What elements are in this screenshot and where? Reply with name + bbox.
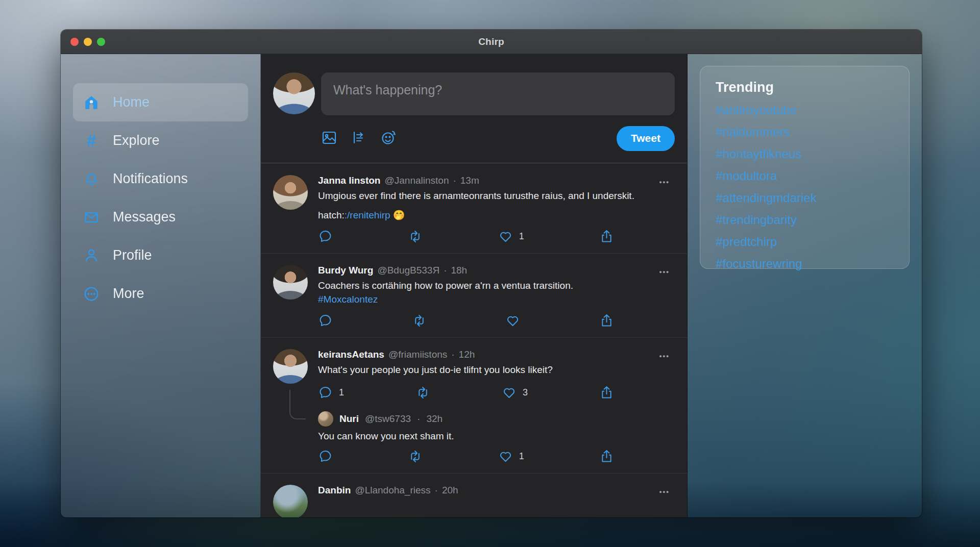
tweet-author-name[interactable]: Janna Iinston <box>318 175 380 186</box>
reply-tweet-nuri: Nuri @tsw6733 · 32h You can know you nex… <box>318 411 675 464</box>
tweet-actions <box>318 313 614 328</box>
tweet-author-handle[interactable]: @Jannalinston <box>384 175 449 186</box>
sidebar-item-notifications[interactable]: Notifications <box>73 160 248 198</box>
dot-separator: · <box>435 485 438 496</box>
more-circle-icon <box>82 285 101 303</box>
reply-action-button[interactable] <box>318 449 333 464</box>
current-user-avatar <box>273 72 315 114</box>
sidebar-item-label: More <box>113 286 144 302</box>
tweet-header: Burdy Wurg @BdugB533Я · 18h <box>318 265 675 276</box>
avatar[interactable] <box>273 349 308 384</box>
sidebar-item-profile[interactable]: Profile <box>73 236 248 275</box>
tweet-timestamp: 18h <box>451 265 467 276</box>
add-image-icon[interactable] <box>321 130 338 147</box>
trending-hashtag[interactable]: #antiroyoutube <box>716 103 894 117</box>
like-action-button[interactable]: 3 <box>502 385 528 400</box>
gif-poll-icon[interactable] <box>351 130 368 147</box>
reply-author-name[interactable]: Nuri <box>339 413 359 425</box>
reply-action-button[interactable]: 1 <box>318 385 344 400</box>
like-count: 3 <box>523 387 528 398</box>
sidebar: Home # Explore Notifications Messages Pr… <box>61 54 261 517</box>
retweet-action-button[interactable] <box>412 313 427 328</box>
like-action-button[interactable] <box>505 313 520 328</box>
compose-section: What's happening? Tweet <box>261 54 687 162</box>
bell-icon <box>82 170 101 188</box>
avatar[interactable] <box>273 485 308 517</box>
trending-hashtag[interactable]: #attendingmdariek <box>716 191 894 205</box>
retweet-action-button[interactable] <box>415 385 430 400</box>
tweet-hashtag[interactable]: #Moxcalontez <box>318 294 675 305</box>
tweet-burdy: ●●● Burdy Wurg @BdugB533Я · 18h Coachers… <box>261 254 687 338</box>
share-action-button[interactable] <box>599 385 614 400</box>
tweet-header: keiransAetans @friamiistons · 12h <box>318 349 675 360</box>
sidebar-item-explore[interactable]: # Explore <box>73 121 248 160</box>
reply-actions: 1 <box>318 449 614 464</box>
tweet-author-handle[interactable]: @BdugB533Я <box>377 265 439 276</box>
tweet-author-name[interactable]: Danbin <box>318 485 351 496</box>
retweet-action-button[interactable] <box>408 449 423 464</box>
avatar[interactable] <box>273 265 308 300</box>
share-action-button[interactable] <box>599 229 614 244</box>
reply-author-handle[interactable]: @tsw6733 <box>365 413 411 425</box>
compose-input[interactable]: What's happening? <box>321 72 675 115</box>
tweet-timestamp: 12h <box>459 349 475 360</box>
tweet-more-icon[interactable]: ●●● <box>659 269 669 275</box>
tweet-keirans: ●●● keiransAetans @friamiistons · 12h Wh… <box>261 338 687 474</box>
like-action-button[interactable]: 1 <box>498 229 524 244</box>
sidebar-item-label: Home <box>113 94 150 110</box>
right-column: Trending #antiroyoutube #rialdummers #ho… <box>688 54 922 517</box>
sidebar-item-label: Messages <box>113 209 176 225</box>
tweet-timestamp: 13m <box>460 175 479 186</box>
trending-hashtag[interactable]: #hontaytfikneus <box>716 147 894 161</box>
person-icon <box>82 246 101 265</box>
tweet-danbin: ●●● Danbin @Llandoha_riess · 20h <box>261 474 687 517</box>
trending-hashtag[interactable]: #rialdummers <box>716 125 894 139</box>
thread-connector <box>289 390 306 419</box>
emoji-picker-icon[interactable] <box>380 130 398 147</box>
tweet-header: Janna Iinston @Jannalinston · 13m <box>318 175 675 186</box>
like-count: 1 <box>519 451 524 462</box>
emoji-hand-over-mouth: 🤭 <box>393 210 405 220</box>
window-titlebar: Chirp <box>61 30 922 54</box>
tweet-text: What's your people you just do-ie tlifnt… <box>318 363 645 377</box>
retweet-action-button[interactable] <box>408 229 423 244</box>
trending-hashtag[interactable]: #predtchirp <box>716 235 894 249</box>
tweet-actions: 1 3 <box>318 385 614 400</box>
window-body: Home # Explore Notifications Messages Pr… <box>61 54 922 517</box>
tweet-button[interactable]: Tweet <box>617 126 675 151</box>
sidebar-item-more[interactable]: More <box>73 275 248 313</box>
avatar[interactable] <box>273 175 308 210</box>
home-icon <box>82 93 101 112</box>
tweet-author-name[interactable]: keiransAetans <box>318 349 384 360</box>
sidebar-item-messages[interactable]: Messages <box>73 198 248 236</box>
avatar[interactable] <box>318 411 333 427</box>
trending-title: Trending <box>716 80 894 95</box>
dot-separator: · <box>451 349 454 360</box>
trending-hashtag[interactable]: #focusturewring <box>716 257 894 271</box>
tweet-author-handle[interactable]: @friamiistons <box>388 349 447 360</box>
tweet-author-name[interactable]: Burdy Wurg <box>318 265 373 276</box>
share-action-button[interactable] <box>599 449 614 464</box>
tweet-author-handle[interactable]: @Llandoha_riess <box>355 485 430 496</box>
reply-header: Nuri @tsw6733 · 32h <box>318 411 675 427</box>
sidebar-item-label: Explore <box>113 133 160 148</box>
reply-count: 1 <box>339 387 344 398</box>
tweet-link[interactable]: :/renitehirp <box>345 210 390 220</box>
tweet-janna: ●●● Janna Iinston @Jannalinston · 13m Um… <box>261 164 687 254</box>
reply-action-button[interactable] <box>318 229 333 244</box>
reply-action-button[interactable] <box>318 313 333 328</box>
tweet-link-line: hatch::/renitehirp 🤭 <box>318 209 675 221</box>
tweet-more-icon[interactable]: ●●● <box>659 180 669 185</box>
share-action-button[interactable] <box>599 313 614 328</box>
trending-hashtag[interactable]: #trendingbarity <box>716 213 894 227</box>
dot-separator: · <box>444 265 447 276</box>
envelope-icon <box>82 208 101 227</box>
dot-separator: · <box>453 175 456 186</box>
chirp-app-window: Chirp Home # Explore Notifications Messa… <box>61 30 922 517</box>
trending-hashtag[interactable]: #modultora <box>716 169 894 183</box>
like-action-button[interactable]: 1 <box>498 449 524 464</box>
sidebar-item-home[interactable]: Home <box>73 83 248 121</box>
tweet-more-icon[interactable]: ●●● <box>659 353 669 359</box>
link-prefix: hatch: <box>318 210 345 220</box>
tweet-more-icon[interactable]: ●●● <box>659 489 669 494</box>
